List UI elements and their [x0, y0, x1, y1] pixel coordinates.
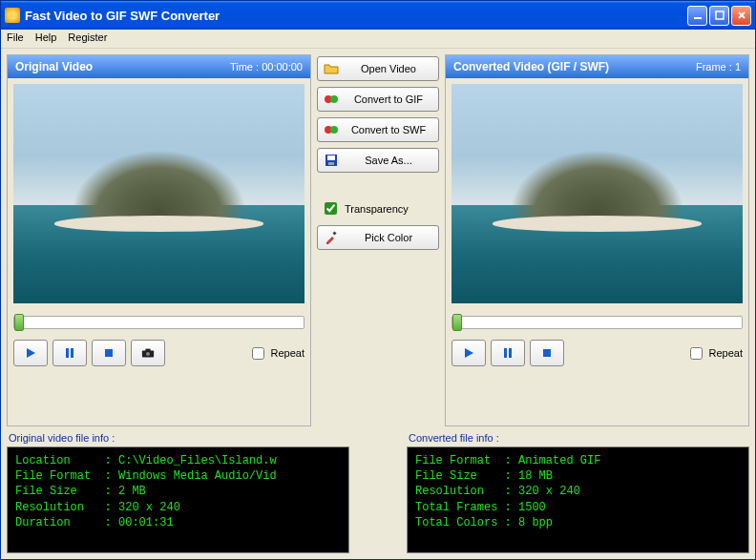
slider-thumb-icon[interactable] — [452, 314, 462, 331]
svg-rect-16 — [327, 156, 335, 160]
converted-video-panel: Converted Video (GIF / SWF) Frame : 1 Re… — [445, 54, 749, 426]
menu-file[interactable]: File — [7, 31, 24, 46]
play-button[interactable] — [452, 340, 486, 366]
svg-rect-9 — [145, 349, 150, 352]
original-info-panel: Original video file info : Location : C:… — [7, 430, 349, 553]
svg-rect-1 — [716, 11, 724, 19]
converted-video-viewport — [452, 84, 743, 303]
original-panel-title: Original Video — [15, 60, 93, 73]
svg-rect-22 — [543, 349, 551, 357]
folder-open-icon — [324, 61, 339, 76]
svg-point-10 — [146, 352, 150, 356]
save-icon — [324, 153, 339, 168]
svg-marker-19 — [465, 348, 473, 358]
open-video-button[interactable]: Open Video — [317, 56, 439, 81]
svg-rect-6 — [71, 348, 74, 358]
converted-panel-title: Converted Video (GIF / SWF) — [453, 60, 609, 73]
play-button[interactable] — [13, 340, 48, 366]
center-controls: Open Video Convert to GIF Convert to SWF… — [317, 54, 439, 426]
original-video-viewport — [13, 84, 304, 303]
svg-rect-17 — [328, 162, 334, 165]
stop-button[interactable] — [92, 340, 126, 366]
original-seek-slider[interactable] — [13, 313, 304, 332]
svg-point-14 — [330, 126, 338, 134]
content-area: Original Video Time : 00:00:00 Repeat — [1, 49, 755, 559]
titlebar[interactable]: Fast Video to GIF SWF Converter — [1, 1, 755, 30]
frame-label: Frame : 1 — [696, 61, 741, 73]
convert-swf-icon — [324, 122, 339, 137]
maximize-button[interactable] — [709, 6, 729, 26]
repeat-checkbox[interactable]: Repeat — [248, 344, 304, 363]
stop-button[interactable] — [530, 340, 564, 366]
original-video-panel: Original Video Time : 00:00:00 Repeat — [7, 54, 311, 426]
original-panel-header: Original Video Time : 00:00:00 — [8, 55, 310, 78]
convert-to-swf-button[interactable]: Convert to SWF — [317, 117, 439, 142]
time-label: Time : 00:00:00 — [230, 61, 303, 73]
menubar: File Help Register — [1, 30, 755, 49]
slider-thumb-icon[interactable] — [14, 314, 24, 331]
svg-rect-0 — [694, 17, 702, 19]
svg-marker-4 — [27, 348, 35, 358]
snapshot-button[interactable] — [131, 340, 165, 366]
window-title: Fast Video to GIF SWF Converter — [25, 9, 220, 23]
svg-point-12 — [330, 95, 338, 103]
converted-info-label: Converted file info : — [409, 432, 749, 444]
converted-info-panel: Converted file info : File Format : Anim… — [407, 430, 749, 553]
menu-register[interactable]: Register — [68, 31, 107, 46]
svg-rect-20 — [504, 348, 507, 358]
info-row: Original video file info : Location : C:… — [7, 430, 749, 553]
pause-button[interactable] — [491, 340, 525, 366]
converted-controls: Repeat — [452, 340, 743, 366]
original-info-text: Location : C:\Video_Files\Island.w File … — [7, 446, 349, 553]
convert-gif-icon — [324, 92, 339, 107]
pick-color-button[interactable]: Pick Color — [317, 225, 439, 250]
svg-rect-21 — [509, 348, 512, 358]
repeat-checkbox[interactable]: Repeat — [686, 344, 743, 363]
minimize-button[interactable] — [687, 6, 707, 26]
top-row: Original Video Time : 00:00:00 Repeat — [7, 54, 749, 426]
converted-seek-slider[interactable] — [452, 313, 743, 332]
svg-rect-5 — [66, 348, 69, 358]
eyedropper-icon — [324, 230, 339, 245]
svg-rect-18 — [332, 231, 336, 235]
original-info-label: Original video file info : — [9, 432, 349, 444]
transparency-checkbox[interactable]: Transparency — [317, 197, 439, 219]
convert-to-gif-button[interactable]: Convert to GIF — [317, 87, 439, 112]
svg-rect-7 — [105, 349, 113, 357]
app-icon — [5, 8, 20, 23]
converted-info-text: File Format : Animated GIF File Size : 1… — [407, 446, 749, 553]
close-button[interactable] — [731, 6, 751, 26]
save-as-button[interactable]: Save As... — [317, 148, 439, 173]
original-controls: Repeat — [13, 340, 304, 366]
pause-button[interactable] — [52, 340, 87, 366]
menu-help[interactable]: Help — [35, 31, 57, 46]
converted-panel-header: Converted Video (GIF / SWF) Frame : 1 — [446, 55, 748, 78]
app-window: Fast Video to GIF SWF Converter File Hel… — [0, 0, 756, 560]
